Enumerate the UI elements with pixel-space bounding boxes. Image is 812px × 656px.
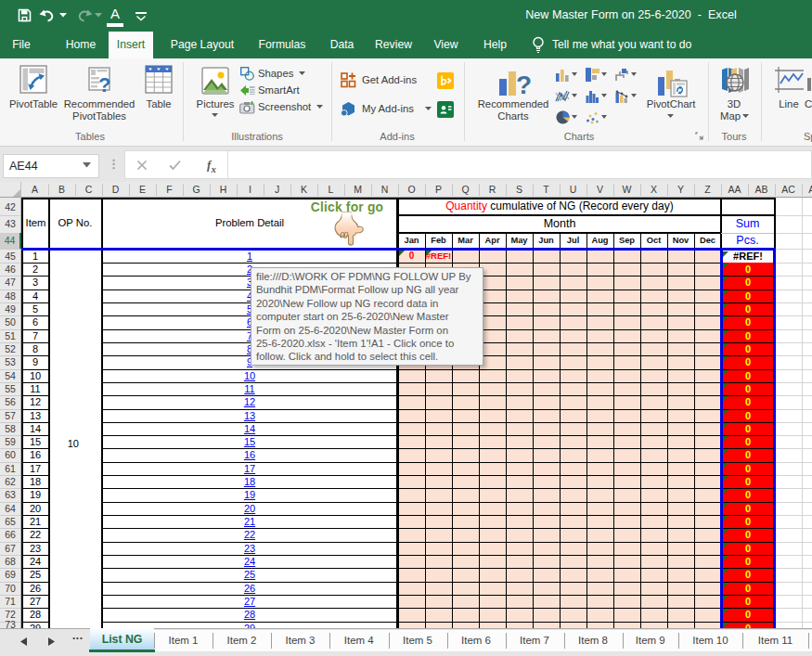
svg-text:?: ? xyxy=(516,71,532,99)
svg-text:?: ? xyxy=(98,73,110,96)
